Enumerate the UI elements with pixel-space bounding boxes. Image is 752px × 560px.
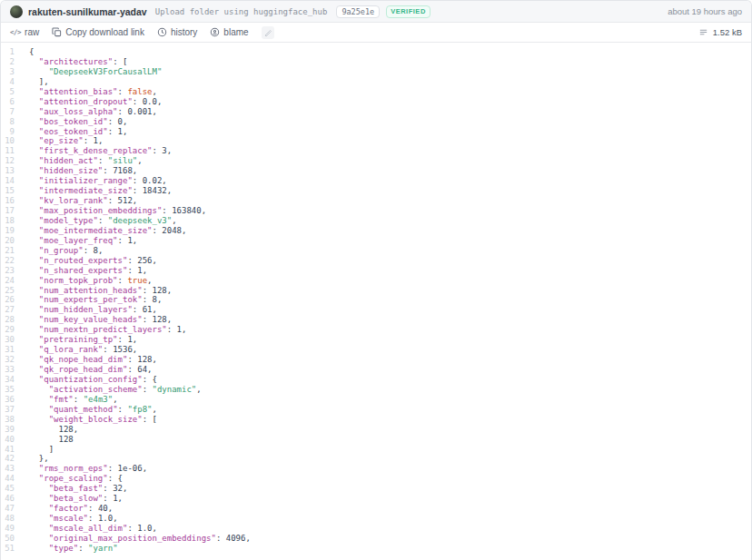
line-number[interactable]: 43 [1, 464, 15, 474]
line-number[interactable]: 16 [1, 196, 15, 206]
raw-button[interactable]: </> raw [10, 27, 39, 37]
code-line: 8 "bos_token_id": 0, [1, 117, 751, 127]
line-number[interactable]: 19 [1, 226, 15, 236]
file-toolbar: </> raw Copy download link history [1, 23, 751, 43]
code-icon: </> [10, 28, 21, 36]
code-line-content: "pretraining_tp": 1, [15, 335, 137, 345]
code-line: 44 "rope_scaling": { [1, 474, 751, 484]
line-number[interactable]: 36 [1, 395, 15, 405]
line-number[interactable]: 13 [1, 166, 15, 176]
line-number[interactable]: 17 [1, 206, 15, 216]
code-line: 15 "intermediate_size": 18432, [1, 186, 751, 196]
line-number[interactable]: 12 [1, 156, 15, 166]
line-number[interactable]: 3 [1, 67, 15, 77]
line-number[interactable]: 51 [1, 544, 15, 554]
line-number[interactable]: 46 [1, 494, 15, 504]
line-number[interactable]: 8 [1, 117, 15, 127]
line-number[interactable]: 37 [1, 405, 15, 415]
line-number[interactable]: 22 [1, 256, 15, 266]
line-number[interactable]: 27 [1, 305, 15, 315]
commit-author-link[interactable]: rakuten-sunilkumar-yadav [28, 6, 147, 17]
code-line: 6 "attention_dropout": 0.0, [1, 97, 751, 107]
code-line-content: "num_nextn_predict_layers": 1, [15, 325, 186, 335]
line-number[interactable]: 9 [1, 127, 15, 137]
line-number[interactable]: 29 [1, 325, 15, 335]
code-line: 30 "pretraining_tp": 1, [1, 335, 751, 345]
avatar[interactable] [10, 5, 23, 18]
code-line-content: "fmt": "e4m3", [15, 395, 118, 405]
copy-download-link-button[interactable]: Copy download link [52, 27, 144, 37]
line-number[interactable]: 1 [1, 47, 15, 57]
line-number[interactable]: 34 [1, 375, 15, 385]
line-number[interactable]: 49 [1, 524, 15, 534]
copy-icon [52, 27, 62, 37]
code-line-content: ], [15, 77, 49, 87]
blame-button[interactable]: blame [210, 27, 248, 37]
code-line-content: "aux_loss_alpha": 0.001, [15, 107, 157, 117]
line-number[interactable]: 31 [1, 345, 15, 355]
code-line: 23 "n_shared_experts": 1, [1, 266, 751, 276]
code-line: 32 "qk_nope_head_dim": 128, [1, 355, 751, 365]
line-number[interactable]: 15 [1, 186, 15, 196]
code-line: 14 "initializer_range": 0.02, [1, 176, 751, 186]
line-number[interactable]: 21 [1, 246, 15, 256]
line-number[interactable]: 45 [1, 484, 15, 494]
line-number[interactable]: 7 [1, 107, 15, 117]
line-number[interactable]: 28 [1, 315, 15, 325]
code-line: 12 "hidden_act": "silu", [1, 156, 751, 166]
code-line-content: "quantization_config": { [15, 375, 157, 385]
line-number[interactable]: 35 [1, 385, 15, 395]
commit-message[interactable]: Upload folder using huggingface_hub [155, 7, 328, 16]
line-number[interactable]: 38 [1, 415, 15, 425]
code-line-content: "max_position_embeddings": 163840, [15, 206, 206, 216]
line-number[interactable]: 23 [1, 266, 15, 276]
commit-hash-chip[interactable]: 9a25e1e [336, 5, 380, 18]
line-number[interactable]: 48 [1, 514, 15, 524]
line-number[interactable]: 24 [1, 276, 15, 286]
line-number[interactable]: 39 [1, 425, 15, 435]
line-number[interactable]: 30 [1, 335, 15, 345]
code-line: 3 "DeepseekV3ForCausalLM" [1, 67, 751, 77]
code-line-content: "q_lora_rank": 1536, [15, 345, 137, 355]
code-line-content: "beta_fast": 32, [15, 484, 127, 494]
code-line-content: "quant_method": "fp8", [15, 405, 157, 415]
code-line-content: "rms_norm_eps": 1e-06, [15, 464, 147, 474]
line-number[interactable]: 41 [1, 445, 15, 455]
code-line: 50 "original_max_position_embeddings": 4… [1, 534, 751, 544]
line-number[interactable]: 42 [1, 454, 15, 464]
line-number[interactable]: 40 [1, 435, 15, 445]
line-number[interactable]: 33 [1, 365, 15, 375]
line-number[interactable]: 20 [1, 236, 15, 246]
code-line-content: "n_routed_experts": 256, [15, 256, 157, 266]
line-number[interactable]: 10 [1, 136, 15, 146]
file-size-group: 1.52 kB [698, 27, 742, 37]
code-line: 11 "first_k_dense_replace": 3, [1, 146, 751, 156]
line-number[interactable]: 5 [1, 87, 15, 97]
history-button[interactable]: history [157, 27, 197, 37]
line-number[interactable]: 6 [1, 97, 15, 107]
code-line-content: "initializer_range": 0.02, [15, 176, 167, 186]
line-number[interactable]: 2 [1, 57, 15, 67]
file-lines-icon [698, 27, 708, 37]
line-number[interactable]: 18 [1, 216, 15, 226]
line-number[interactable]: 4 [1, 77, 15, 87]
line-number[interactable]: 25 [1, 286, 15, 296]
line-number[interactable]: 14 [1, 176, 15, 186]
code-line: 49 "mscale_all_dim": 1.0, [1, 524, 751, 534]
line-number[interactable]: 50 [1, 534, 15, 544]
line-number[interactable]: 11 [1, 146, 15, 156]
code-line-content: "DeepseekV3ForCausalLM" [15, 67, 162, 77]
code-line: 40 128 [1, 435, 751, 445]
code-line-content: "weight_block_size": [ [15, 415, 157, 425]
line-number[interactable]: 47 [1, 504, 15, 514]
code-line: 17 "max_position_embeddings": 163840, [1, 206, 751, 216]
code-line: 38 "weight_block_size": [ [1, 415, 751, 425]
blame-button-label: blame [223, 27, 248, 37]
code-line: 39 128, [1, 425, 751, 435]
line-number[interactable]: 44 [1, 474, 15, 484]
line-number[interactable]: 32 [1, 355, 15, 365]
code-line: 41 ] [1, 445, 751, 455]
more-actions-button[interactable] [262, 26, 274, 39]
copy-download-link-label: Copy download link [65, 27, 144, 37]
line-number[interactable]: 26 [1, 295, 15, 305]
